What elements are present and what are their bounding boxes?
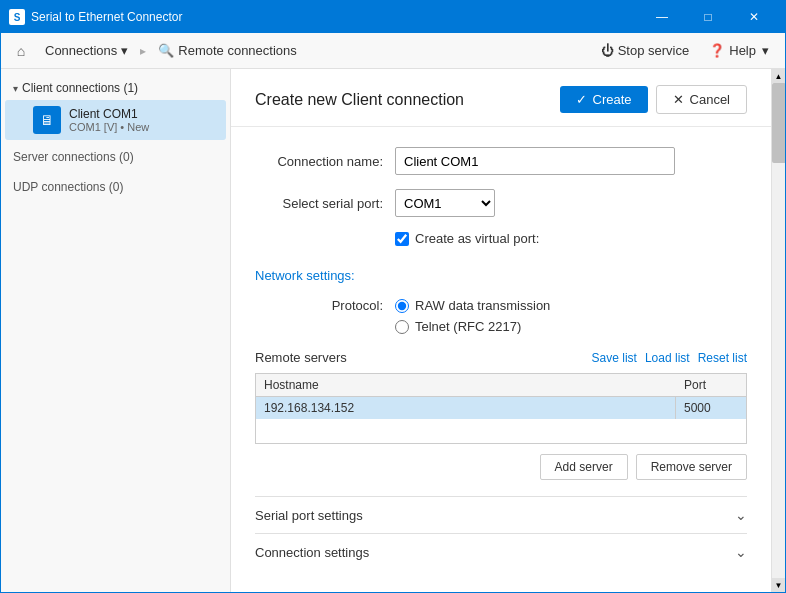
connections-label: Connections <box>45 43 117 58</box>
virtual-port-label: Create as virtual port: <box>415 231 539 246</box>
client-com1-sub: COM1 [V] • New <box>69 121 149 133</box>
create-label: Create <box>593 92 632 107</box>
serial-port-settings-section[interactable]: Serial port settings ⌄ <box>255 496 747 533</box>
right-panel: Create new Client connection ✓ Create ✕ … <box>231 69 785 592</box>
window-title: Serial to Ethernet Connector <box>31 10 639 24</box>
page-title: Create new Client connection <box>255 91 560 109</box>
serial-port-select-wrap: COM1 COM2 COM3 <box>395 189 495 217</box>
server-buttons: Add server Remove server <box>255 454 747 480</box>
client-com1-name: Client COM1 <box>69 107 149 121</box>
menu-right: ⏻ Stop service ❓ Help ▾ <box>593 39 777 62</box>
remote-connections-label: Remote connections <box>178 43 297 58</box>
app-icon: S <box>9 9 25 25</box>
network-settings-label: Network settings: <box>255 268 355 283</box>
remote-servers-actions: Save list Load list Reset list <box>592 351 747 365</box>
radio-raw-input[interactable] <box>395 299 409 313</box>
x-icon: ✕ <box>673 92 684 107</box>
chevron-down-icon: ▾ <box>13 83 18 94</box>
add-server-button[interactable]: Add server <box>540 454 628 480</box>
client-connections-label: Client connections (1) <box>22 81 138 95</box>
cancel-label: Cancel <box>690 92 730 107</box>
content-area: Create new Client connection ✓ Create ✕ … <box>231 69 771 592</box>
network-settings-heading: Network settings: <box>255 266 747 284</box>
client-connections-section[interactable]: ▾ Client connections (1) <box>1 77 230 99</box>
maximize-button[interactable]: □ <box>685 1 731 33</box>
protocol-label: Protocol: <box>255 298 395 313</box>
virtual-port-checkbox[interactable] <box>395 232 409 246</box>
sidebar-item-server-connections[interactable]: Server connections (0) <box>1 144 230 170</box>
stop-service-button[interactable]: ⏻ Stop service <box>593 39 698 62</box>
window-controls: — □ ✕ <box>639 1 777 33</box>
power-icon: ⏻ <box>601 43 614 58</box>
remote-servers-title: Remote servers <box>255 350 592 365</box>
radio-telnet-input[interactable] <box>395 320 409 334</box>
chevron-down-icon: ⌄ <box>735 507 747 523</box>
udp-connections-label: UDP connections (0) <box>13 180 124 194</box>
sidebar-item-client-com1[interactable]: 🖥 Client COM1 COM1 [V] • New <box>5 100 226 140</box>
server-hostname-cell: 192.168.134.152 <box>256 397 676 419</box>
reset-list-button[interactable]: Reset list <box>698 351 747 365</box>
serial-port-row: Select serial port: COM1 COM2 COM3 <box>255 189 747 217</box>
form-area: Connection name: Select serial port: COM… <box>231 127 771 592</box>
stop-service-label: Stop service <box>618 43 690 58</box>
create-button[interactable]: ✓ Create <box>560 86 648 113</box>
action-bar: Create new Client connection ✓ Create ✕ … <box>231 69 771 127</box>
serial-port-label: Select serial port: <box>255 196 395 211</box>
scroll-down-button[interactable]: ▼ <box>772 578 786 592</box>
help-arrow: ▾ <box>762 43 769 58</box>
search-icon: 🔍 <box>158 43 174 58</box>
radio-raw-option[interactable]: RAW data transmission <box>395 298 550 313</box>
server-empty-row <box>256 419 746 443</box>
client-com1-details: Client COM1 COM1 [V] • New <box>69 107 149 133</box>
breadcrumb-separator: ▸ <box>140 44 146 58</box>
table-row[interactable]: 192.168.134.152 5000 <box>256 397 746 419</box>
connections-arrow: ▾ <box>121 43 128 58</box>
home-icon[interactable]: ⌂ <box>9 39 33 63</box>
minimize-button[interactable]: — <box>639 1 685 33</box>
serial-port-select[interactable]: COM1 COM2 COM3 <box>395 189 495 217</box>
cancel-button[interactable]: ✕ Cancel <box>656 85 747 114</box>
virtual-port-row: Create as virtual port: <box>395 231 747 246</box>
scroll-track[interactable] <box>772 83 786 578</box>
close-button[interactable]: ✕ <box>731 1 777 33</box>
sidebar: ▾ Client connections (1) 🖥 Client COM1 C… <box>1 69 231 592</box>
protocol-row: Protocol: RAW data transmission Telnet (… <box>255 298 747 334</box>
connection-name-row: Connection name: <box>255 147 747 175</box>
server-connections-label: Server connections (0) <box>13 150 134 164</box>
scroll-thumb[interactable] <box>772 83 786 163</box>
main-layout: ▾ Client connections (1) 🖥 Client COM1 C… <box>1 69 785 592</box>
connections-menu[interactable]: Connections ▾ <box>37 39 136 62</box>
col-hostname: Hostname <box>256 374 676 396</box>
connection-name-input[interactable] <box>395 147 675 175</box>
connection-name-label: Connection name: <box>255 154 395 169</box>
main-window: S Serial to Ethernet Connector — □ ✕ ⌂ C… <box>0 0 786 593</box>
col-port: Port <box>676 374 746 396</box>
help-menu[interactable]: ❓ Help ▾ <box>701 39 777 62</box>
scrollbar: ▲ ▼ <box>771 69 785 592</box>
menu-bar: ⌂ Connections ▾ ▸ 🔍 Remote connections ⏻… <box>1 33 785 69</box>
server-table-header: Hostname Port <box>256 374 746 397</box>
client-com1-icon: 🖥 <box>33 106 61 134</box>
help-label: Help <box>729 43 756 58</box>
protocol-options: RAW data transmission Telnet (RFC 2217) <box>395 298 550 334</box>
server-table: Hostname Port 192.168.134.152 5000 <box>255 373 747 444</box>
remove-server-button[interactable]: Remove server <box>636 454 747 480</box>
radio-telnet-option[interactable]: Telnet (RFC 2217) <box>395 319 550 334</box>
serial-port-settings-label: Serial port settings <box>255 508 735 523</box>
radio-raw-label: RAW data transmission <box>415 298 550 313</box>
remote-connections-menu[interactable]: 🔍 Remote connections <box>150 39 305 62</box>
remote-servers-header: Remote servers Save list Load list Reset… <box>255 350 747 365</box>
title-bar: S Serial to Ethernet Connector — □ ✕ <box>1 1 785 33</box>
scroll-up-button[interactable]: ▲ <box>772 69 786 83</box>
check-icon: ✓ <box>576 92 587 107</box>
connection-settings-label: Connection settings <box>255 545 735 560</box>
chevron-down-icon-2: ⌄ <box>735 544 747 560</box>
save-list-button[interactable]: Save list <box>592 351 637 365</box>
load-list-button[interactable]: Load list <box>645 351 690 365</box>
help-icon: ❓ <box>709 43 725 58</box>
sidebar-item-udp-connections[interactable]: UDP connections (0) <box>1 174 230 200</box>
radio-telnet-label: Telnet (RFC 2217) <box>415 319 521 334</box>
server-port-cell: 5000 <box>676 397 746 419</box>
connection-settings-section[interactable]: Connection settings ⌄ <box>255 533 747 570</box>
